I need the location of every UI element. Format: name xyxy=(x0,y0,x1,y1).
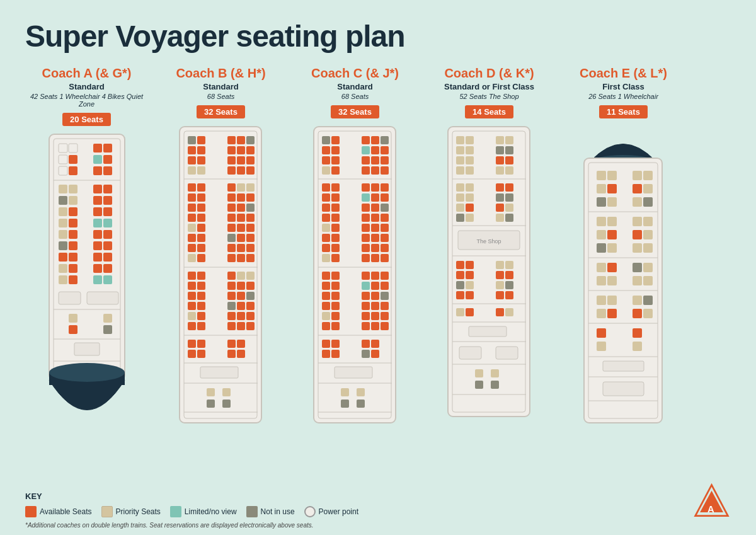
svg-rect-78 xyxy=(237,156,245,164)
svg-rect-252 xyxy=(381,292,389,300)
svg-rect-401 xyxy=(643,309,653,318)
svg-rect-258 xyxy=(322,312,330,320)
svg-rect-201 xyxy=(381,183,389,192)
svg-rect-140 xyxy=(237,292,245,300)
power-label: Power point xyxy=(319,507,358,516)
svg-rect-123 xyxy=(227,254,236,262)
svg-rect-297 xyxy=(496,156,504,164)
svg-rect-310 xyxy=(496,193,504,202)
svg-rect-369 xyxy=(633,197,642,207)
svg-rect-211 xyxy=(381,204,389,212)
key-items: Available Seats Priority Seats Limited/n… xyxy=(25,506,358,517)
svg-rect-306 xyxy=(496,183,504,192)
svg-rect-120 xyxy=(246,244,255,252)
svg-rect-410 xyxy=(603,382,644,396)
svg-rect-216 xyxy=(381,214,389,222)
svg-rect-66 xyxy=(197,136,205,144)
svg-rect-83 xyxy=(237,166,245,175)
svg-rect-137 xyxy=(188,292,196,300)
svg-rect-344 xyxy=(505,308,513,316)
svg-rect-41 xyxy=(93,253,102,262)
svg-rect-400 xyxy=(633,309,642,318)
svg-rect-198 xyxy=(331,183,340,192)
svg-rect-305 xyxy=(466,183,474,192)
svg-rect-341 xyxy=(456,308,464,316)
svg-rect-74 xyxy=(246,146,255,154)
coach-a-svg xyxy=(40,131,134,440)
svg-rect-24 xyxy=(69,207,77,216)
coach-e-column: Coach E (& L*) First Class 26 Seats 1 Wh… xyxy=(562,66,685,435)
svg-rect-272 xyxy=(371,340,379,348)
coach-c-class: Standard xyxy=(337,82,372,91)
svg-rect-319 xyxy=(505,214,513,222)
svg-rect-155 xyxy=(237,322,245,330)
svg-rect-296 xyxy=(466,156,474,164)
svg-rect-20 xyxy=(69,196,77,205)
svg-rect-57 xyxy=(103,325,112,334)
svg-rect-300 xyxy=(466,166,474,175)
svg-rect-103 xyxy=(227,214,236,222)
svg-rect-282 xyxy=(341,400,349,408)
coach-d-badge: 14 Seats xyxy=(465,105,513,118)
key-title: KEY xyxy=(25,492,358,501)
svg-rect-378 xyxy=(633,230,642,239)
svg-rect-241 xyxy=(371,272,379,280)
svg-rect-138 xyxy=(197,292,205,300)
svg-rect-18 xyxy=(103,185,112,193)
svg-rect-367 xyxy=(597,197,606,207)
svg-rect-215 xyxy=(371,214,379,222)
coach-c-title: Coach C (& J*) xyxy=(311,66,399,81)
coach-b-class: Standard xyxy=(203,82,238,91)
svg-rect-304 xyxy=(456,183,464,192)
svg-rect-81 xyxy=(197,166,205,175)
svg-rect-134 xyxy=(227,282,236,290)
coach-c-details: 68 Seats xyxy=(341,93,369,100)
svg-rect-227 xyxy=(322,244,330,252)
svg-rect-374 xyxy=(633,217,642,226)
svg-rect-372 xyxy=(597,217,606,226)
svg-rect-190 xyxy=(381,156,389,164)
svg-rect-184 xyxy=(371,146,379,154)
svg-rect-361 xyxy=(633,171,642,180)
svg-rect-250 xyxy=(362,292,370,300)
svg-rect-205 xyxy=(371,193,379,202)
svg-rect-35 xyxy=(59,241,67,250)
coach-a-title: Coach A (& G*) xyxy=(42,66,132,81)
svg-rect-204 xyxy=(362,193,370,202)
svg-rect-246 xyxy=(371,282,379,290)
coach-b-diagram xyxy=(172,124,270,435)
svg-rect-139 xyxy=(227,292,236,300)
svg-rect-290 xyxy=(505,136,513,144)
svg-rect-377 xyxy=(607,230,617,239)
svg-rect-301 xyxy=(496,166,504,175)
svg-rect-143 xyxy=(197,302,205,310)
svg-rect-195 xyxy=(381,166,389,175)
svg-rect-70 xyxy=(188,146,196,154)
svg-rect-395 xyxy=(607,296,617,305)
svg-rect-295 xyxy=(456,156,464,164)
svg-rect-93 xyxy=(227,193,236,202)
svg-rect-226 xyxy=(381,234,389,242)
coach-a-details: 42 Seats 1 Wheelchair 4 Bikes Quiet Zone xyxy=(25,93,148,108)
svg-rect-100 xyxy=(246,204,255,212)
svg-rect-217 xyxy=(322,224,330,232)
svg-rect-90 xyxy=(246,183,255,192)
svg-rect-33 xyxy=(93,230,102,239)
svg-rect-266 xyxy=(371,322,379,330)
svg-rect-261 xyxy=(371,312,379,320)
svg-rect-19 xyxy=(59,196,67,205)
svg-rect-276 xyxy=(371,350,379,358)
key-power: Power point xyxy=(304,506,358,517)
coach-b-details: 68 Seats xyxy=(207,93,234,100)
svg-rect-331 xyxy=(505,271,513,279)
svg-rect-177 xyxy=(331,136,340,144)
svg-rect-6 xyxy=(59,155,67,164)
svg-rect-43 xyxy=(59,264,67,273)
svg-rect-381 xyxy=(607,243,617,253)
svg-rect-333 xyxy=(466,281,474,289)
svg-rect-104 xyxy=(237,214,245,222)
svg-rect-114 xyxy=(237,234,245,242)
svg-rect-245 xyxy=(362,282,370,290)
svg-rect-197 xyxy=(322,183,330,192)
svg-rect-264 xyxy=(331,322,340,330)
